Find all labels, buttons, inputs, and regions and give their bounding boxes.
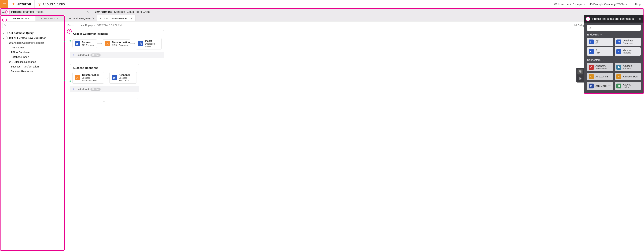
step-card-insert[interactable]: InsertDatabase Insert — [136, 38, 162, 50]
database-icon — [138, 41, 143, 46]
tree-leaf-success-response[interactable]: Success Response — [1, 69, 64, 74]
tree-node-label: API Request — [11, 46, 25, 49]
chevron-right-icon: › — [2, 32, 5, 35]
step-card-transformation[interactable]: TransformationSuccess Transformation — [72, 72, 104, 84]
operation-success-response[interactable]: Success Response TransformationSuccess T… — [70, 64, 139, 92]
add-tab-button[interactable] — [136, 15, 143, 21]
close-icon[interactable]: ✕ — [92, 17, 94, 20]
components-icon — [578, 70, 582, 73]
tree-leaf-api-request[interactable]: API Request — [1, 45, 64, 50]
tile-subtitle: Kafka — [623, 86, 631, 89]
tree-node-label: Database Insert — [11, 55, 29, 58]
tile-title: Amazon — [623, 65, 632, 67]
search-icon — [4, 24, 6, 27]
palette-collapse-button[interactable] — [638, 18, 641, 20]
chevron-up-icon — [600, 34, 602, 36]
step-title: Request — [82, 41, 94, 44]
canvas-tab-label: 2.0 API Create New Cu... — [100, 17, 129, 20]
help-link[interactable]: Help — [635, 3, 640, 6]
canvas-tab-database-query[interactable]: 1.0 Database Query ✕ — [64, 15, 97, 21]
chevron-up-icon — [602, 59, 604, 61]
tree-leaf-api-to-database[interactable]: API to Database — [1, 50, 64, 55]
tree-leaf-database-insert[interactable]: Database Insert — [1, 55, 64, 59]
design-canvas-panel: 1.0 Database Query ✕ 2.0 API Create New … — [64, 15, 644, 251]
connector-tile-amazon-sqs[interactable]: Amazon SQS — [615, 73, 641, 80]
endpoint-tile-database[interactable]: DatabaseDatabase — [615, 38, 641, 46]
close-icon[interactable]: ✕ — [130, 17, 133, 20]
brand[interactable]: Jitterbit — [8, 0, 34, 8]
tree-node-label: 2.0 API Create New Customer — [9, 36, 46, 39]
welcome-user-dropdown[interactable]: Welcome back, Example — [554, 3, 586, 6]
tree-node-accept-customer-request[interactable]: ⌄ 2.0 Accept Customer Request — [1, 40, 64, 45]
tree-node-api-create-customer[interactable]: ⌄ 2.0 API Create New Customer — [1, 35, 64, 40]
step-card-request[interactable]: RequestAPI Request — [72, 39, 97, 48]
endpoint-tile-api[interactable]: ApiAPI — [587, 38, 613, 46]
connector-tile-amazon-s3[interactable]: Amazon S3 — [587, 73, 613, 80]
svg-rect-15 — [618, 66, 619, 68]
svg-point-13 — [618, 41, 620, 42]
step-card-response[interactable]: ResponseSuccess Response — [110, 72, 137, 84]
canvas-tab-api-create-customer[interactable]: 2.0 API Create New Cu... ✕ — [97, 15, 136, 21]
connectors-section-header[interactable]: Connectors — [587, 58, 641, 61]
rail-components-button[interactable] — [578, 69, 583, 75]
tree-search-input[interactable] — [2, 23, 62, 28]
chevron-down-icon: ⌄ — [6, 60, 8, 63]
tree-node-database-query[interactable]: › 1.0 Database Query — [1, 31, 64, 35]
tile-subtitle: Database — [623, 42, 634, 45]
environment-display: Environment: Sandbox (Cloud Agent Group) — [94, 10, 154, 14]
svg-rect-16 — [619, 67, 620, 68]
transform-icon — [105, 41, 110, 46]
svg-rect-6 — [579, 71, 580, 72]
step-subtitle: Success Transformation — [82, 77, 102, 82]
company-dropdown[interactable]: JB Example Company(20980) — [590, 3, 627, 6]
svg-point-3 — [70, 40, 70, 42]
undeployed-icon — [72, 88, 75, 90]
step-subtitle: API to Database — [112, 44, 130, 47]
connector-tile-amazon-redshift[interactable]: AmazonRedshift — [615, 63, 641, 71]
tile-title: Amazon S3 — [596, 75, 608, 78]
connector-tile-algonomy[interactable]: AlgonomyPersonaliza... — [587, 63, 613, 71]
welcome-text: Welcome back, Example — [554, 3, 583, 6]
plus-icon — [138, 17, 140, 19]
tree-node-label: 2.1 Success Response — [9, 60, 36, 63]
flow-arrow-icon — [104, 77, 110, 79]
project-selector[interactable]: Project: Example Project — [6, 10, 92, 14]
endpoint-tile-ftp[interactable]: FtpFTP — [587, 47, 613, 56]
tab-components[interactable]: COMPONENTS — [36, 16, 64, 22]
tile-title: Variable — [623, 49, 632, 52]
svg-point-4 — [70, 81, 70, 82]
design-canvas[interactable]: Accept Customer Request RequestAPI Reque… — [64, 29, 644, 109]
connector-tile-apache-kafka[interactable]: ApacheKafka — [615, 82, 641, 90]
tree-leaf-success-transformation[interactable]: Success Transformation — [1, 64, 64, 69]
hamburger-menu-button[interactable] — [0, 0, 8, 9]
endpoint-tile-variable[interactable]: $VariableVariable — [615, 47, 641, 56]
canvas-status-bar: Saved | Last Deployed: 6/12/2024, 1:15:2… — [64, 22, 644, 29]
anymarket-icon: M — [589, 84, 594, 88]
tree-node-success-response[interactable]: ⌄ 2.1 Success Response — [1, 59, 64, 64]
undeployed-label: Undeployed — [77, 54, 89, 56]
company-text: JB Example Company(20980) — [590, 3, 624, 6]
svg-rect-7 — [580, 71, 581, 72]
tile-title: Amazon SQS — [623, 75, 638, 78]
deploy-button[interactable]: Deploy — [90, 54, 100, 57]
chevron-down-icon: ⌄ — [6, 41, 8, 44]
api-icon — [589, 40, 594, 44]
operation-accept-customer-request[interactable]: Accept Customer Request RequestAPI Reque… — [70, 30, 164, 58]
step-title: Response — [119, 74, 134, 77]
workflow-tree: › 1.0 Database Query ⌄ 2.0 API Create Ne… — [0, 30, 64, 75]
tile-title: Database — [623, 39, 634, 42]
palette-search-input[interactable] — [587, 25, 641, 31]
tree-node-label: Success Response — [11, 70, 33, 73]
tree-node-label: 1.0 Database Query — [9, 32, 34, 35]
svg-point-5 — [140, 43, 142, 43]
step-card-transformation[interactable]: TransformationAPI to Database — [103, 39, 130, 48]
add-operation-placeholder[interactable]: + — [70, 98, 138, 105]
tile-title: Apache — [623, 83, 631, 86]
appbar-right: Welcome back, Example JB Example Company… — [554, 2, 644, 7]
deploy-button[interactable]: Deploy — [90, 88, 100, 91]
endpoints-section-header[interactable]: Endpoints — [587, 33, 641, 36]
rail-global-button[interactable] — [578, 76, 583, 81]
tab-workflows[interactable]: WORKFLOWS — [7, 16, 36, 22]
connector-tile-anymarket[interactable]: MANYMARKET — [587, 82, 613, 90]
right-column: 4 Project endpoints and connectors Endpo… — [576, 15, 644, 94]
